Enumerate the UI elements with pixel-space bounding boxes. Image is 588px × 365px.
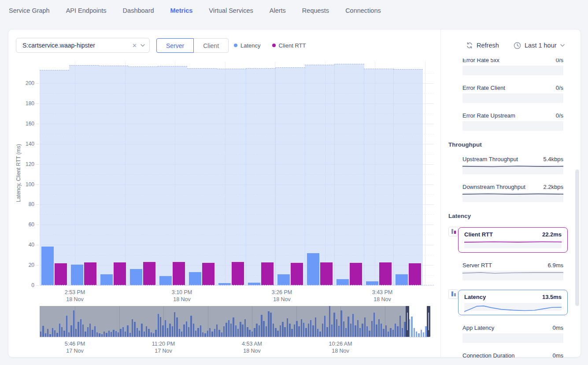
service-selector[interactable]: S:cartservice.waap-hipster ✕ [16,38,150,53]
brush-bar [287,318,288,337]
brush-bar [399,316,401,337]
y-tick-mark [36,144,39,144]
brush-bar [333,313,335,337]
brush-tick-date: 17 Nov [55,347,95,354]
metric-label: Error Rate 5xx [462,59,499,63]
client-rtt-bar [84,262,96,285]
metric-row-upstream-throughput[interactable]: Upstream Throughput5.4kbps [448,156,568,174]
brush-bar [127,325,128,337]
upper-band-step [187,68,217,285]
brush-bar [294,324,295,337]
service-selector-value: S:cartservice.waap-hipster [22,42,129,49]
brush-bar [221,332,222,337]
legend-item-client-rtt[interactable]: Client RTT [272,42,306,49]
time-range-selector[interactable]: Last 1 hour [514,38,565,52]
y-tick-mark [36,184,39,185]
brush-bar [324,316,325,337]
brush-bar [362,324,363,337]
metric-card-latency[interactable]: Latency13.5ms [458,290,568,315]
legend-item-latency[interactable]: Latency [234,42,261,49]
brush-bar [160,317,161,337]
brush-bar [146,326,147,337]
brush-bar [343,321,344,337]
metric-row-app-latency[interactable]: App Latency0ms [448,324,568,343]
brush-bar [359,328,361,337]
metric-inner: App Latency0ms [448,324,563,343]
x-tick-time: 3:43 PM [362,289,402,296]
brush-bar [165,320,166,337]
brush-bar [218,330,220,337]
brush-handle-left[interactable] [406,306,409,337]
metric-row-downstream-throughput[interactable]: Downstream Throughput2.2kbps [448,184,568,202]
brush-bar [411,317,412,337]
sparkline [462,270,563,280]
brush-bar [395,324,396,337]
x-tick-label: 3:43 PM18 Nov [362,289,402,303]
metric-row-client-rtt[interactable]: Client RTT22.2ms [448,227,568,253]
nav-tab-connections[interactable]: Connections [345,0,381,21]
brush-bar [172,326,173,337]
nav-tab-alerts[interactable]: Alerts [270,0,286,21]
nav-tab-requests[interactable]: Requests [302,0,329,21]
brush-bar [106,333,107,337]
brush-bar [254,328,255,337]
brush-bar [336,319,337,337]
metric-card-client-rtt[interactable]: Client RTT22.2ms [458,227,568,253]
brush-bar [80,319,81,337]
brush-bar [259,325,260,337]
metric-row-latency[interactable]: Latency13.5ms [448,290,568,315]
client-tab[interactable]: Client [193,38,229,53]
metric-inner: Connection Duration0ms [448,352,563,358]
nav-tab-metrics[interactable]: Metrics [170,0,193,21]
brush-bar [404,322,405,337]
brush-bar [188,327,189,337]
brush-bar [244,319,246,337]
server-tab[interactable]: Server [156,38,194,53]
brush-bar [266,326,267,337]
brush-bar [70,325,72,337]
sidebar-scrollbar-thumb[interactable] [575,170,579,306]
brush-bar [68,332,70,337]
metric-row-error-rate-client[interactable]: Error Rate Client0/s [448,85,568,103]
metric-label: Error Rate Upstream [462,112,515,119]
brush-handle-right[interactable] [427,306,430,337]
x-tick-time: 3:26 PM [262,289,302,296]
nav-tab-api-endpoints[interactable]: API Endpoints [66,0,107,21]
metric-row-error-rate-5xx[interactable]: Error Rate 5xx0/s [448,59,568,75]
nav-tab-dashboard[interactable]: Dashboard [123,0,154,21]
refresh-button[interactable]: Refresh [466,38,499,52]
brush-bar [364,317,366,337]
brush-bar [186,321,187,337]
brush-bar [369,331,370,337]
x-tick-date: 18 Nov [162,296,202,303]
upper-band-step [217,69,246,285]
metric-chart-toggle-icon[interactable] [448,227,458,236]
metric-chart-toggle-icon[interactable] [448,289,458,299]
brush-bar [162,325,163,337]
brush-bar [122,327,124,337]
nav-tab-service-graph[interactable]: Service Graph [9,0,50,21]
brush-bar [237,329,239,337]
metric-label: App Latency [462,324,494,331]
brush-bar [61,327,63,337]
metric-row-connection-duration[interactable]: Connection Duration0ms [448,352,568,358]
upper-band-step [99,66,128,285]
metric-row-error-rate-upstream[interactable]: Error Rate Upstream0/s [448,112,568,131]
brush-navigator[interactable] [40,306,429,337]
x-tick-date: 18 Nov [55,296,95,303]
brush-bar [66,316,67,337]
sparkline [462,164,563,174]
brush-bar [402,328,403,337]
chevron-down-icon[interactable] [141,44,145,47]
brush-bar [223,326,225,337]
brush-bar [235,325,237,337]
metric-value: 13.5ms [542,294,562,300]
metric-inner: Error Rate Client0/s [448,85,563,103]
clear-selection-icon[interactable]: ✕ [129,42,141,49]
client-rtt-bar [232,262,244,285]
nav-tab-virtual-services[interactable]: Virtual Services [209,0,253,21]
latency-bar [159,276,172,285]
brush-tick-label: 11:20 PM17 Nov [144,340,183,354]
metric-row-server-rtt[interactable]: Server RTT6.9ms [448,262,568,280]
brush-bar [197,328,199,337]
